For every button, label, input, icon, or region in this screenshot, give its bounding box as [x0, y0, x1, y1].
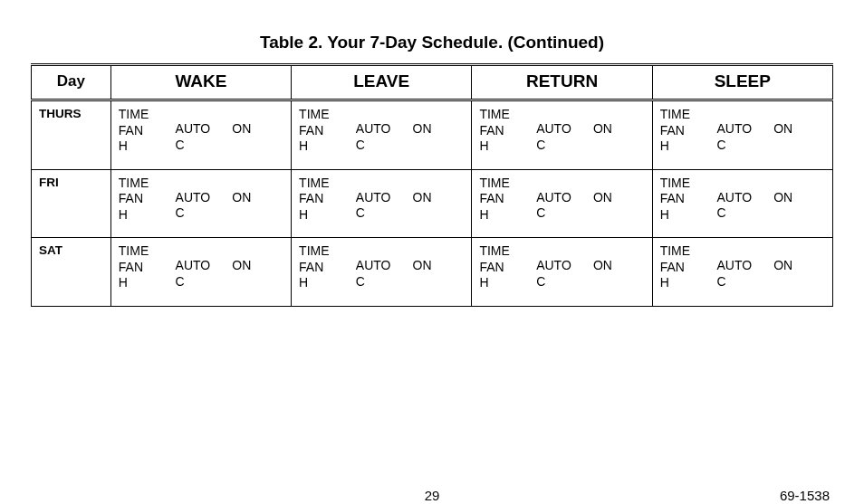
cell-label: TIME: [660, 243, 712, 260]
header-sleep: SLEEP: [652, 65, 832, 100]
cell-label: TIME: [299, 243, 350, 260]
cell-label: AUTO: [356, 121, 408, 138]
cell-label: AUTO: [176, 190, 227, 206]
cell-label: C: [716, 138, 768, 154]
cell-label: C: [356, 138, 408, 154]
cell-label: FAN: [119, 260, 170, 276]
cell-label: AUTO: [176, 258, 227, 274]
cell-label: ON: [232, 258, 283, 274]
header-day: Day: [32, 65, 111, 100]
cell-label: ON: [232, 190, 283, 206]
cell-label: ON: [232, 121, 283, 138]
schedule-cell: TIME FAN H AUTO C ON: [472, 169, 652, 238]
cell-label: AUTO: [716, 121, 768, 138]
cell-label: AUTO: [716, 190, 768, 206]
cell-label: FAN: [660, 123, 712, 139]
cell-label: FAN: [479, 123, 531, 139]
schedule-cell: TIME FAN H AUTO C ON: [110, 238, 291, 307]
cell-label: ON: [593, 190, 645, 206]
cell-label: TIME: [660, 107, 712, 123]
cell-label: H: [119, 207, 170, 223]
header-return: RETURN: [472, 65, 652, 100]
cell-label: ON: [413, 258, 465, 274]
cell-label: H: [660, 138, 712, 155]
table-row: THURS TIME FAN H AUTO C ON: [32, 100, 833, 170]
cell-label: FAN: [119, 123, 170, 139]
table-row: SAT TIME FAN H AUTO C ON: [32, 238, 833, 307]
header-wake: WAKE: [110, 65, 291, 100]
cell-label: TIME: [299, 176, 350, 192]
cell-label: H: [119, 275, 170, 291]
cell-label: TIME: [479, 107, 531, 123]
schedule-cell: TIME FAN H AUTO C ON: [652, 238, 832, 307]
schedule-cell: TIME FAN H AUTO C ON: [472, 238, 652, 307]
cell-label: C: [356, 205, 408, 222]
cell-label: AUTO: [536, 190, 588, 206]
cell-label: FAN: [299, 260, 350, 276]
cell-label: ON: [593, 121, 645, 138]
cell-label: C: [356, 274, 408, 290]
cell-label: H: [299, 275, 350, 291]
schedule-cell: TIME FAN H AUTO C ON: [292, 169, 472, 238]
cell-label: AUTO: [356, 258, 408, 274]
schedule-cell: TIME FAN H AUTO C ON: [110, 169, 291, 238]
cell-label: H: [660, 207, 712, 223]
cell-label: C: [716, 274, 768, 290]
table-row: FRI TIME FAN H AUTO C ON: [32, 169, 833, 238]
cell-label: H: [299, 138, 350, 155]
cell-label: FAN: [479, 260, 531, 276]
cell-label: AUTO: [536, 121, 588, 138]
cell-label: ON: [773, 121, 825, 138]
cell-label: H: [479, 207, 531, 223]
cell-label: FAN: [299, 191, 350, 207]
schedule-cell: TIME FAN H AUTO C ON: [472, 100, 652, 170]
cell-label: AUTO: [356, 190, 408, 206]
cell-label: ON: [773, 258, 825, 274]
cell-label: C: [716, 205, 768, 222]
cell-label: FAN: [479, 191, 531, 207]
cell-label: H: [479, 275, 531, 291]
cell-label: TIME: [119, 176, 170, 192]
schedule-cell: TIME FAN H AUTO C ON: [110, 100, 291, 170]
cell-label: C: [176, 138, 227, 154]
cell-label: AUTO: [536, 258, 588, 274]
header-leave: LEAVE: [292, 65, 472, 100]
cell-label: TIME: [660, 176, 712, 192]
table-header-row: Day WAKE LEAVE RETURN SLEEP: [32, 65, 833, 100]
cell-label: AUTO: [176, 121, 227, 138]
page: Table 2. Your 7-Day Schedule. (Continued…: [0, 0, 864, 504]
table-title: Table 2. Your 7-Day Schedule. (Continued…: [31, 33, 833, 52]
cell-label: TIME: [479, 243, 531, 260]
cell-label: FAN: [119, 191, 170, 207]
cell-label: C: [176, 205, 227, 222]
cell-label: TIME: [119, 107, 170, 123]
schedule-table: Day WAKE LEAVE RETURN SLEEP THURS TIME F…: [31, 63, 833, 307]
cell-label: C: [536, 205, 588, 222]
cell-label: H: [299, 207, 350, 223]
schedule-cell: TIME FAN H AUTO C ON: [292, 238, 472, 307]
cell-label: TIME: [479, 176, 531, 192]
cell-label: H: [479, 138, 531, 155]
cell-label: ON: [413, 190, 465, 206]
cell-label: H: [119, 138, 170, 155]
day-cell: THURS: [32, 100, 111, 170]
cell-label: ON: [773, 190, 825, 206]
document-id: 69-1538: [780, 488, 830, 503]
schedule-cell: TIME FAN H AUTO C ON: [652, 169, 832, 238]
page-number: 29: [0, 488, 864, 503]
cell-label: H: [660, 275, 712, 291]
cell-label: ON: [593, 258, 645, 274]
schedule-cell: TIME FAN H AUTO C ON: [652, 100, 832, 170]
cell-label: FAN: [660, 191, 712, 207]
cell-label: TIME: [299, 107, 350, 123]
cell-label: FAN: [299, 123, 350, 139]
cell-label: ON: [413, 121, 465, 138]
cell-label: FAN: [660, 260, 712, 276]
schedule-cell: TIME FAN H AUTO C ON: [292, 100, 472, 170]
cell-label: C: [176, 274, 227, 290]
cell-label: AUTO: [716, 258, 768, 274]
cell-label: C: [536, 138, 588, 154]
cell-label: C: [536, 274, 588, 290]
day-cell: SAT: [32, 238, 111, 307]
cell-label: TIME: [119, 243, 170, 260]
